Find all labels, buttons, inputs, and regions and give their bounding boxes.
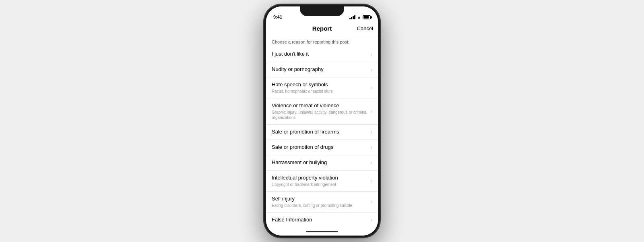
list-item-subtitle-violence: Graphic injury, unlawful activity, dange… [272, 110, 368, 120]
list-item-violence[interactable]: Violence or threat of violenceGraphic in… [266, 98, 378, 125]
home-bar [306, 231, 338, 232]
report-subtitle: Choose a reason for reporting this post: [266, 36, 378, 47]
list-item-content-false-info: False Information [272, 217, 368, 223]
list-item-title-false-info: False Information [272, 217, 368, 223]
list-item-title-self-injury: Self injury [272, 196, 368, 202]
notch [300, 6, 344, 16]
list-item-content-violence: Violence or threat of violenceGraphic in… [272, 102, 368, 120]
list-item-harassment[interactable]: Harrassment or bullying› [266, 155, 378, 171]
list-item-subtitle-ip-violation: Copyright or trademark infringement [272, 182, 368, 187]
list-item-title-firearms: Sale or promotion of firearms [272, 129, 368, 136]
list-item-title-ip-violation: Intellectual property violation [272, 175, 368, 182]
list-item-content-dont-like: I just don't like it [272, 51, 368, 58]
status-time: 9:41 [273, 15, 282, 19]
list-item-content-ip-violation: Intellectual property violationCopyright… [272, 175, 368, 187]
chevron-icon-drugs: › [370, 144, 372, 150]
list-item-title-harassment: Harrassment or bullying [272, 159, 368, 166]
signal-bar-3 [353, 16, 354, 19]
list-item-title-nudity: Nudity or pornography [272, 66, 368, 73]
list-item-false-info[interactable]: False Information› [266, 213, 378, 227]
list-item-content-harassment: Harrassment or bullying [272, 159, 368, 166]
signal-bar-1 [349, 18, 351, 19]
chevron-icon-false-info: › [370, 217, 372, 223]
list-item-self-injury[interactable]: Self injuryEating disorders, cutting or … [266, 192, 378, 213]
chevron-icon-self-injury: › [370, 198, 372, 205]
list-item-title-violence: Violence or threat of violence [272, 102, 368, 109]
list-item-title-drugs: Sale or promotion of drugs [272, 144, 368, 151]
list-item-firearms[interactable]: Sale or promotion of firearms› [266, 125, 378, 140]
battery-icon [363, 15, 371, 19]
signal-bars-icon [349, 15, 355, 19]
cancel-button[interactable]: Cancel [357, 25, 373, 31]
list-item-drugs[interactable]: Sale or promotion of drugs› [266, 140, 378, 155]
signal-bar-2 [351, 17, 352, 19]
home-indicator [266, 227, 378, 236]
chevron-icon-dont-like: › [370, 51, 372, 58]
header-title: Report [312, 25, 332, 32]
signal-bar-4 [354, 15, 355, 19]
list-item-title-dont-like: I just don't like it [272, 51, 368, 58]
chevron-icon-violence: › [370, 108, 372, 115]
chevron-icon-ip-violation: › [370, 177, 372, 184]
list-item-content-hate-speech: Hate speech or symbolsRacist, homophobic… [272, 81, 368, 94]
list-item-nudity[interactable]: Nudity or pornography› [266, 62, 378, 77]
list-item-content-drugs: Sale or promotion of drugs [272, 144, 368, 151]
list-item-content-self-injury: Self injuryEating disorders, cutting or … [272, 196, 368, 208]
list-item-hate-speech[interactable]: Hate speech or symbolsRacist, homophobic… [266, 77, 378, 98]
list-item-subtitle-hate-speech: Racist, homophobic or sexist slurs [272, 89, 368, 94]
list-item-dont-like[interactable]: I just don't like it› [266, 47, 378, 62]
list-item-content-firearms: Sale or promotion of firearms [272, 129, 368, 136]
report-list: I just don't like it›Nudity or pornograp… [266, 47, 378, 227]
phone-device: 9:41 ▲ Report Cancel Choose a reason for… [264, 4, 380, 238]
chevron-icon-hate-speech: › [370, 84, 372, 91]
wifi-icon: ▲ [357, 15, 361, 19]
battery-fill [363, 16, 369, 19]
phone-screen: 9:41 ▲ Report Cancel Choose a reason for… [266, 6, 378, 236]
report-header: Report Cancel [266, 21, 378, 36]
chevron-icon-nudity: › [370, 67, 372, 73]
list-item-content-nudity: Nudity or pornography [272, 66, 368, 73]
list-item-ip-violation[interactable]: Intellectual property violationCopyright… [266, 171, 378, 192]
list-item-title-hate-speech: Hate speech or symbols [272, 81, 368, 88]
chevron-icon-firearms: › [370, 129, 372, 135]
list-item-subtitle-self-injury: Eating disorders, cutting or promoting s… [272, 203, 368, 208]
chevron-icon-harassment: › [370, 159, 372, 166]
status-icons: ▲ [349, 15, 371, 19]
